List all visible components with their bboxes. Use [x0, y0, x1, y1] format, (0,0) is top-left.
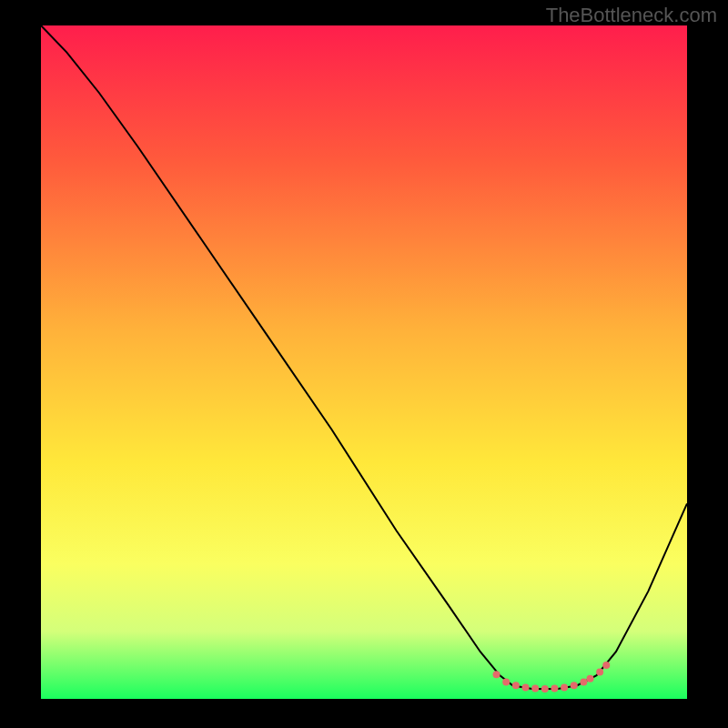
- optimal-zone-marker: [580, 679, 587, 686]
- optimal-zone-marker: [602, 662, 610, 669]
- plot-area: [41, 25, 687, 699]
- optimal-zone-marker: [587, 675, 594, 682]
- optimal-zone-marker: [571, 682, 578, 689]
- optimal-zone-marker: [551, 685, 558, 693]
- watermark-text: TheBottleneck.com: [546, 4, 717, 27]
- optimal-zone-marker: [596, 668, 603, 675]
- gradient-background: [41, 25, 687, 699]
- chart-frame: TheBottleneck.com: [0, 0, 728, 728]
- optimal-zone-marker: [493, 671, 500, 678]
- optimal-zone-marker: [502, 679, 510, 686]
- optimal-zone-marker: [541, 685, 549, 693]
- optimal-zone-marker: [522, 683, 530, 691]
- optimal-zone-marker: [561, 683, 568, 691]
- chart-svg: [41, 25, 687, 699]
- optimal-zone-marker: [512, 682, 520, 689]
- optimal-zone-marker: [531, 685, 539, 693]
